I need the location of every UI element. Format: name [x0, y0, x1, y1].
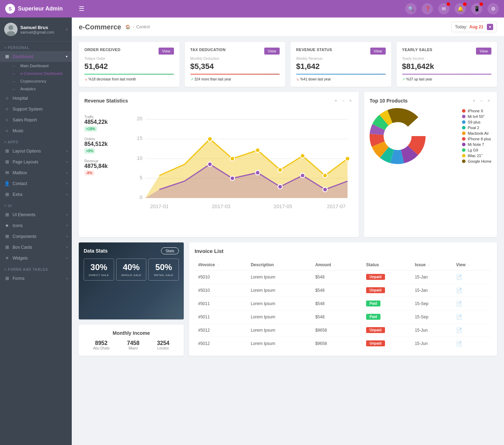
sidebar-item-widgets[interactable]: ≡ Widgets ›	[0, 253, 72, 263]
invoice-view[interactable]: 📄	[453, 310, 491, 324]
chart-left-stats: Traffic 4854,22k +18% Orders 854,512k +9…	[84, 108, 123, 232]
sidebar-item-layout-options[interactable]: ⊞ Layout Options ›	[0, 146, 72, 156]
pie-collapse-icon[interactable]: −	[479, 98, 484, 104]
sort-view[interactable]: ↕	[468, 263, 470, 267]
sidebar-item-ui-elements[interactable]: ⊞ UI Elements ›	[0, 209, 72, 220]
pie-minimize-icon[interactable]: ×	[471, 98, 477, 104]
widgets-label: Widgets	[13, 256, 28, 261]
svg-text:2017-05: 2017-05	[274, 204, 292, 209]
sort-invoice[interactable]: ↕	[217, 263, 219, 267]
hamburger-icon[interactable]: ☰	[79, 5, 84, 13]
invoice-amount: $548	[312, 297, 363, 310]
section-ui: = UI	[0, 200, 72, 209]
sidebar-item-dashboard[interactable]: ⊞ Dashboard ▾	[0, 51, 72, 62]
user-arrow-icon[interactable]: ›	[66, 27, 68, 32]
mobile-icon[interactable]: 📱	[471, 3, 482, 14]
legend-mi-tv: Mi tv4 55"	[462, 114, 491, 119]
sidebar-item-icons[interactable]: ★ Icons ›	[0, 220, 72, 231]
table-row: #5012 Lorem Ipsum $9658 Unpaid 15-Jun 📄	[195, 324, 491, 337]
view-doc-icon[interactable]: 📄	[456, 341, 462, 346]
date-chevron[interactable]: ▾	[487, 24, 493, 30]
view-doc-icon[interactable]: 📄	[456, 288, 462, 293]
sidebar-item-ecommerce[interactable]: e-Commerce Dashboard	[10, 70, 72, 77]
invoice-issue: 15-Jun	[411, 337, 453, 350]
view-doc-icon[interactable]: 📄	[456, 274, 462, 280]
legend-label-iphone8: iPhone 8 plus	[468, 137, 491, 141]
forms-arrow-icon: ›	[66, 276, 68, 280]
sidebar-item-main-dashboard[interactable]: Main Dashboard	[10, 62, 72, 70]
tax-sub: Monthly Deduction	[190, 57, 280, 61]
view-doc-icon[interactable]: 📄	[456, 314, 462, 320]
data-stats-bars: 30% DIRECT SALE 40% WHOLE SALE 50% RETAI…	[84, 259, 179, 281]
stats-btn[interactable]: Stats	[161, 247, 179, 254]
invoice-status: Unpaid	[363, 324, 411, 337]
orders-value: 51,642	[84, 62, 174, 71]
sort-amount[interactable]: ↕	[334, 263, 335, 267]
brand-logo: S	[5, 4, 15, 14]
sidebar-item-box-cards[interactable]: ⊞ Box Cards ›	[0, 242, 72, 253]
sidebar-item-forms[interactable]: ⊞ Forms ›	[0, 273, 72, 284]
sidebar-item-crypto[interactable]: Cryptocurrency	[10, 77, 72, 85]
bottom-left: Data Stats Stats 30% DIRECT SALE 40% WHO…	[79, 242, 184, 356]
traffic-value: 4854,22k	[84, 119, 123, 125]
rev-chart-label: Revenue	[84, 159, 123, 163]
notification-icon[interactable]: 🔔	[455, 3, 466, 14]
ui-elements-icon: ⊞	[4, 212, 10, 217]
whole-label: WHOLE SALE	[119, 274, 144, 277]
chart-minimize-icon[interactable]: ×	[333, 98, 338, 104]
sort-status[interactable]: ↕	[382, 263, 383, 267]
svg-point-26	[208, 162, 212, 167]
chart-collapse-icon[interactable]: −	[341, 98, 346, 104]
invoice-view[interactable]: 📄	[453, 337, 491, 350]
orders-view-btn[interactable]: View	[159, 48, 174, 55]
sidebar-item-support[interactable]: ○ Support System	[0, 104, 72, 114]
sidebar-item-components[interactable]: ⊞ Components ›	[0, 231, 72, 242]
svg-text:0: 0	[140, 195, 142, 200]
yearly-view-btn[interactable]: View	[476, 48, 491, 55]
revenue-sub: Weekly Revenue	[296, 57, 386, 61]
orders-title: ORDER RECEIVED	[84, 48, 120, 52]
invoice-view[interactable]: 📄	[453, 270, 491, 284]
orders-chart-label: Orders	[84, 137, 123, 141]
mail-icon[interactable]: ✉	[438, 3, 449, 14]
pie-close-icon[interactable]: ×	[486, 98, 491, 104]
sidebar-item-music[interactable]: ○ Music	[0, 125, 72, 136]
sort-desc[interactable]: ↕	[276, 263, 278, 267]
mailbox-icon: ✉	[4, 170, 10, 175]
tax-title: TAX DEDUCATION	[190, 48, 226, 52]
main-dashboard-label: Main Dashboard	[20, 64, 49, 68]
avatar	[4, 23, 18, 36]
chart-close-icon[interactable]: ×	[348, 98, 353, 104]
sidebar-item-page-layouts[interactable]: ⊞ Page Layouts ›	[0, 156, 72, 167]
sidebar-item-contact[interactable]: 👤 Contact ›	[0, 178, 72, 189]
settings-icon[interactable]: ⚙	[488, 3, 499, 14]
today-label: Today:	[455, 24, 467, 29]
view-doc-icon[interactable]: 📄	[456, 327, 462, 333]
legend-lg: Lg G9	[462, 148, 491, 152]
traffic-badge: +18%	[84, 126, 97, 132]
invoice-issue: 15-Jan	[411, 284, 453, 297]
sidebar-item-analytics[interactable]: Analytics	[10, 85, 72, 93]
help-icon[interactable]: ❓	[422, 3, 433, 14]
table-row: #5011 Lorem Ipsum $548 Paid 15-Sep 📄	[195, 310, 491, 324]
revenue-view-btn[interactable]: View	[370, 48, 386, 55]
notif-badge	[463, 2, 467, 6]
view-doc-icon[interactable]: 📄	[456, 301, 462, 306]
sidebar-item-hospital[interactable]: ○ Hospital	[0, 93, 72, 104]
yearly-trend-text: %37 up last year	[406, 77, 433, 81]
yearly-sub: Yearly Income	[402, 57, 492, 61]
invoice-view[interactable]: 📄	[453, 324, 491, 337]
legend-dot-google-home	[462, 160, 465, 163]
search-icon[interactable]: 🔍	[405, 3, 416, 14]
svg-point-31	[323, 187, 327, 192]
sidebar-item-mailbox[interactable]: ✉ Mailbox ›	[0, 167, 72, 178]
invoice-view[interactable]: 📄	[453, 284, 491, 297]
tax-view-btn[interactable]: View	[264, 48, 280, 55]
legend-dot-macbook	[462, 132, 465, 135]
stats-row: ORDER RECEIVED View Todays Order 51,642 …	[72, 37, 504, 92]
sidebar-item-extra[interactable]: ⊞ Extra ›	[0, 189, 72, 200]
invoice-view[interactable]: 📄	[453, 297, 491, 310]
stat-bar-direct: 30% DIRECT SALE	[84, 259, 114, 281]
sidebar-item-sales[interactable]: ○ Sales Report	[0, 114, 72, 125]
sort-issue[interactable]: ↕	[428, 263, 430, 267]
